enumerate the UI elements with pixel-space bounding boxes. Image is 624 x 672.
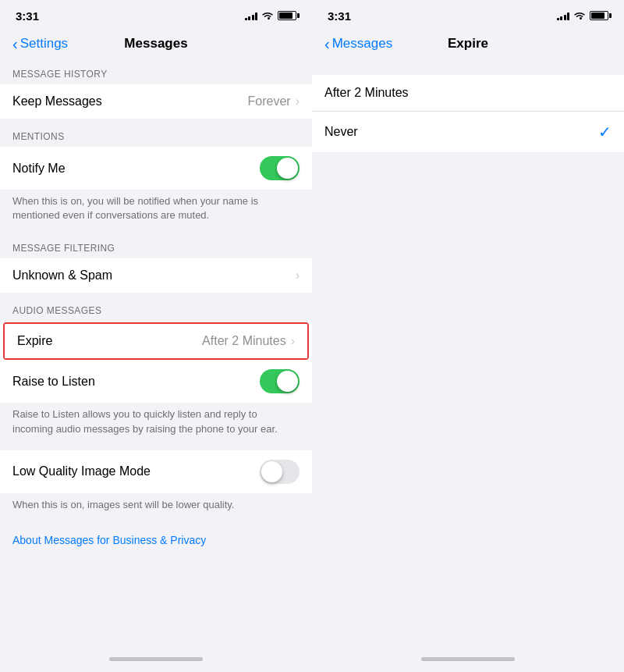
low-quality-section: Low Quality Image Mode When this is on, …: [0, 450, 312, 520]
mentions-card: Notify Me: [0, 147, 312, 190]
right-wifi-icon: [573, 11, 586, 20]
low-quality-label: Low Quality Image Mode: [12, 464, 260, 478]
right-back-label: Messages: [332, 36, 392, 52]
low-quality-toggle[interactable]: [260, 460, 300, 484]
expire-label: Expire: [17, 334, 202, 348]
audio-messages-card: Expire After 2 Minutes › Raise to Listen: [0, 322, 312, 403]
unknown-spam-label: Unknown & Spam: [12, 268, 296, 283]
low-quality-knob: [261, 461, 282, 482]
unknown-spam-chevron-icon: ›: [296, 268, 300, 283]
right-nav-bar: ‹ Messages Expire: [312, 28, 624, 62]
mentions-label: MENTIONS: [0, 125, 312, 147]
keep-messages-label: Keep Messages: [12, 94, 248, 108]
raise-to-listen-toggle[interactable]: [260, 369, 300, 393]
right-status-bar: 3:31: [312, 0, 624, 28]
unknown-spam-row[interactable]: Unknown & Spam ›: [0, 258, 312, 293]
back-chevron-icon: ‹: [12, 36, 18, 52]
message-filtering-card: Unknown & Spam ›: [0, 258, 312, 293]
left-status-time: 3:31: [16, 9, 39, 23]
left-home-indicator: [0, 645, 312, 672]
right-back-button[interactable]: ‹ Messages: [324, 36, 392, 52]
low-quality-description: When this is on, images sent will be low…: [0, 493, 312, 520]
left-status-bar: 3:31: [0, 0, 312, 28]
left-panel: 3:31 ‹ Settings Messages: [0, 0, 312, 672]
wifi-icon: [261, 11, 274, 20]
right-status-icons: [557, 11, 609, 20]
expire-chevron-icon: ›: [291, 334, 295, 348]
right-home-bar: [421, 657, 515, 661]
left-content: MESSAGE HISTORY Keep Messages Forever › …: [0, 62, 312, 645]
notify-me-label: Notify Me: [12, 162, 260, 176]
audio-messages-label: AUDIO MESSAGES: [0, 299, 312, 321]
signal-icon: [245, 11, 258, 20]
audio-messages-description: Raise to Listen allows you to quickly li…: [0, 403, 312, 443]
mentions-section: MENTIONS Notify Me When this is on, you …: [0, 125, 312, 230]
after-2-minutes-row[interactable]: After 2 Minutes: [312, 75, 624, 112]
expire-options-card: After 2 Minutes Never ✓: [312, 75, 624, 152]
never-label: Never: [324, 125, 598, 139]
notify-me-row: Notify Me: [0, 147, 312, 190]
message-history-section: MESSAGE HISTORY Keep Messages Forever ›: [0, 62, 312, 119]
keep-messages-chevron-icon: ›: [296, 94, 300, 108]
notify-me-toggle[interactable]: [260, 156, 300, 180]
low-quality-row: Low Quality Image Mode: [0, 450, 312, 493]
left-back-button[interactable]: ‹ Settings: [12, 36, 68, 52]
message-filtering-label: MESSAGE FILTERING: [0, 236, 312, 258]
back-label: Settings: [20, 36, 68, 52]
right-battery-icon: [590, 11, 608, 20]
left-status-icons: [245, 11, 297, 20]
expire-row[interactable]: Expire After 2 Minutes ›: [5, 324, 307, 358]
right-signal-icon: [557, 11, 570, 20]
raise-to-listen-row: Raise to Listen: [0, 360, 312, 403]
left-nav-bar: ‹ Settings Messages: [0, 28, 312, 62]
never-row[interactable]: Never ✓: [312, 112, 624, 152]
right-panel: 3:31 ‹ Messages Expire: [312, 0, 624, 672]
battery-icon: [278, 11, 296, 20]
right-nav-title: Expire: [448, 36, 488, 52]
messages-business-link[interactable]: About Messages for Business & Privacy: [0, 526, 312, 554]
audio-messages-section: AUDIO MESSAGES Expire After 2 Minutes › …: [0, 299, 312, 443]
left-home-bar: [109, 657, 203, 661]
mentions-description: When this is on, you will be notified wh…: [0, 190, 312, 230]
right-back-chevron-icon: ‹: [324, 36, 330, 52]
left-nav-title: Messages: [124, 36, 187, 52]
expire-value: After 2 Minutes: [202, 334, 286, 348]
keep-messages-value: Forever: [248, 94, 291, 108]
after-2-minutes-label: After 2 Minutes: [324, 86, 612, 100]
low-quality-card: Low Quality Image Mode: [0, 450, 312, 493]
right-content: After 2 Minutes Never ✓: [312, 62, 624, 645]
right-status-time: 3:31: [328, 9, 351, 23]
toggle-knob: [277, 158, 298, 179]
keep-messages-row[interactable]: Keep Messages Forever ›: [0, 84, 312, 119]
never-checkmark-icon: ✓: [598, 123, 612, 141]
raise-to-listen-label: Raise to Listen: [12, 375, 260, 389]
message-filtering-section: MESSAGE FILTERING Unknown & Spam ›: [0, 236, 312, 293]
raise-to-listen-knob: [277, 371, 298, 392]
right-home-indicator: [312, 645, 624, 672]
message-history-card: Keep Messages Forever ›: [0, 84, 312, 119]
message-history-label: MESSAGE HISTORY: [0, 62, 312, 84]
